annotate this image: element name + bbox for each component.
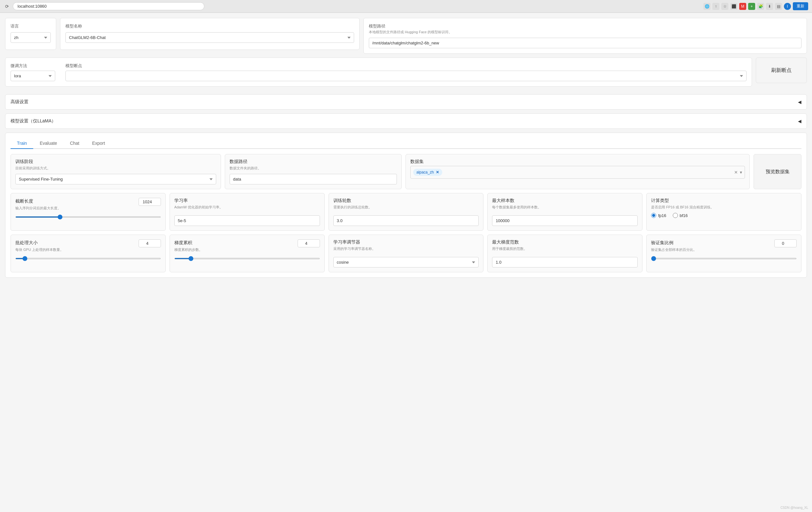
advanced-settings-arrow-icon: ◀ [798,99,802,105]
val-size-slider[interactable] [651,258,797,259]
train-epochs-input[interactable] [334,215,479,226]
training-stage-select[interactable]: Supervised Fine-Tuning Reward Modeling P… [15,174,216,184]
finetune-select[interactable]: lora freeze full [10,71,55,81]
train-epochs-label: 训练轮数 [334,198,479,204]
training-stage-label: 训练阶段 [15,159,216,165]
browser-chrome: ⟳ localhost:10860 🌐 ↑ ☆ ⬛ M + 🧩 ⬇ ▤ I 重新 [0,0,812,13]
data-path-card: 数据路径 数据文件夹的路径。 [225,154,402,189]
dataset-chip-label: alpaca_zh [416,170,434,174]
language-select[interactable]: zh en [10,32,51,43]
tab-export[interactable]: Export [86,138,111,149]
row-finetune-checkpoint: 微调方法 lora freeze full 模型断点 刷新断点 [5,57,807,90]
dataset-chip-alpaca-zh: alpaca_zh ✕ [413,169,442,176]
extension-icon-4[interactable]: 🧩 [757,3,764,10]
learning-rate-sublabel: AdamW 优化器的初始学习率。 [174,205,320,210]
model-path-card: 模型路径 本地模型的文件路径或 Hugging Face 的模型标识符。 [364,18,807,54]
training-top-row: 训练阶段 目前采用的训练方式。 Supervised Fine-Tuning R… [10,154,802,189]
model-settings-accordion[interactable]: 模型设置（仅LLaMA） ◀ [5,113,807,129]
refresh-page-button[interactable]: 重新 [793,2,808,10]
model-settings-label: 模型设置（仅LLaMA） [10,118,56,124]
browser-actions: 🌐 ↑ ☆ ⬛ M + 🧩 ⬇ ▤ I 重新 [703,2,808,10]
lr-scheduler-label: 学习率调节器 [334,239,479,245]
checkpoint-label: 模型断点 [65,63,747,69]
bf16-radio-label[interactable]: bf16 [673,213,688,218]
gradient-accum-input[interactable] [298,239,320,247]
download-icon[interactable]: ⬇ [766,3,773,10]
batch-size-sublabel: 每块 GPU 上处理的样本数量。 [15,247,161,252]
val-size-input[interactable] [774,239,797,247]
tabs-container: Train Evaluate Chat Export 训练阶段 目前采用的训练方… [5,133,807,278]
params-row-2: 批处理大小 每块 GPU 上处理的样本数量。 梯度累积 梯度累积的步数。 [10,235,802,272]
preview-dataset-button[interactable]: 预览数据集 [754,154,802,189]
bookmark-icon[interactable]: ☆ [721,3,728,10]
max-grad-norm-input[interactable] [492,257,638,268]
model-path-label: 模型路径 [369,23,802,29]
data-path-input[interactable] [230,174,397,184]
learning-rate-input[interactable] [174,215,320,226]
model-name-label: 模型名称 [65,23,354,29]
model-name-card: 模型名称 ChatGLM2-6B-Chat [60,18,359,50]
tabs-bar: Train Evaluate Chat Export [10,138,802,149]
row-language-model: 语言 zh en 模型名称 ChatGLM2-6B-Chat 模型路径 本地模型… [5,18,807,54]
train-epochs-sublabel: 需要执行的训练总轮数。 [334,205,479,210]
gradient-accum-label: 梯度累积 [174,240,192,246]
cutoff-len-sublabel: 输入序列分词后的最大长度。 [15,206,161,211]
advanced-settings-accordion[interactable]: 高级设置 ◀ [5,94,807,110]
translate-icon[interactable]: 🌐 [703,3,710,10]
val-size-label: 验证集比例 [651,240,673,246]
bf16-label: bf16 [680,213,688,218]
fp16-label: fp16 [658,213,666,218]
cutoff-len-input[interactable] [139,198,161,206]
refresh-checkpoint-label: 刷新断点 [771,67,791,74]
model-name-select[interactable]: ChatGLM2-6B-Chat [65,32,354,43]
tab-evaluate[interactable]: Evaluate [33,138,63,149]
fp16-radio-label[interactable]: fp16 [651,213,666,218]
reload-button[interactable]: ⟳ [4,3,10,9]
dataset-clear-icon[interactable]: ✕ [734,170,738,175]
train-epochs-card: 训练轮数 需要执行的训练总轮数。 [328,193,484,231]
preview-dataset-label: 预览数据集 [766,169,790,175]
learning-rate-label: 学习率 [174,198,320,204]
params-row-1: 截断长度 输入序列分词后的最大长度。 学习率 AdamW 优化器的初始学习率。 … [10,193,802,231]
gradient-accum-slider-container [174,255,320,260]
dataset-input-container[interactable]: alpaca_zh ✕ ✕ ▾ [410,166,745,179]
extension-icon-1[interactable]: ⬛ [730,3,737,10]
dataset-card: 数据集 alpaca_zh ✕ ✕ ▾ [406,154,750,189]
sidebar-icon[interactable]: ▤ [775,3,782,10]
model-path-sublabel: 本地模型的文件路径或 Hugging Face 的模型标识符。 [369,30,802,34]
extension-icon-2[interactable]: M [739,3,746,10]
model-path-input[interactable] [369,38,802,48]
cutoff-len-card: 截断长度 输入序列分词后的最大长度。 [10,193,166,231]
refresh-checkpoint-button[interactable]: 刷新断点 [756,57,807,83]
dataset-label: 数据集 [410,159,745,165]
batch-size-label: 批处理大小 [15,240,38,246]
language-card: 语言 zh en [5,18,56,50]
compute-type-sublabel: 是否启用 FP16 或 BF16 混合精度训练。 [651,205,797,210]
cutoff-len-slider[interactable] [15,216,161,218]
checkpoint-select[interactable] [65,71,747,81]
dataset-chip-remove[interactable]: ✕ [436,170,439,174]
gradient-accum-slider[interactable] [174,258,320,259]
tab-train[interactable]: Train [10,138,33,149]
extension-icon-3[interactable]: + [748,3,755,10]
compute-type-radio-group: fp16 bf16 [651,213,797,218]
url-bar[interactable]: localhost:10860 [13,2,204,10]
dataset-dropdown-icon[interactable]: ▾ [740,170,742,175]
val-size-card: 验证集比例 验证集占全部样本的百分比。 [646,235,802,272]
finetune-label: 微调方法 [10,63,62,69]
cutoff-len-label: 截断长度 [15,198,33,204]
batch-size-card: 批处理大小 每块 GPU 上处理的样本数量。 [10,235,166,272]
finetune-checkpoint-card: 微调方法 lora freeze full 模型断点 [5,57,752,87]
training-stage-sublabel: 目前采用的训练方式。 [15,166,216,171]
profile-icon[interactable]: I [784,3,791,10]
gradient-accum-card: 梯度累积 梯度累积的步数。 [170,235,325,272]
bf16-radio[interactable] [673,213,678,218]
max-samples-input[interactable] [492,215,638,226]
gradient-accum-sublabel: 梯度累积的步数。 [174,247,320,252]
lr-scheduler-select[interactable]: cosine linear constant [334,257,479,268]
tab-chat[interactable]: Chat [63,138,86,149]
batch-size-input[interactable] [139,239,161,247]
batch-size-slider[interactable] [15,258,161,259]
share-icon[interactable]: ↑ [713,3,719,10]
fp16-radio[interactable] [651,213,656,218]
